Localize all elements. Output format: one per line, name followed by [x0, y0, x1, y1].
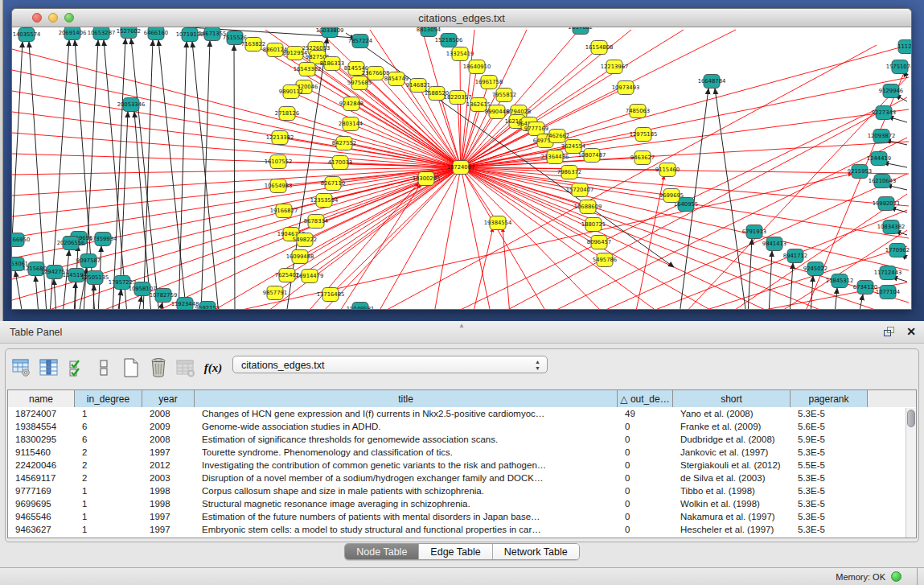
table-cell[interactable]: 5.3E-5: [791, 484, 868, 497]
new-table-icon[interactable]: [121, 357, 141, 378]
graph-node[interactable]: 15751074: [886, 60, 911, 74]
graph-node[interactable]: 1527602: [117, 27, 141, 39]
table-cell[interactable]: de Silva et al. (2003): [673, 472, 791, 484]
graph-node[interactable]: 16648784: [698, 75, 726, 89]
close-panel-icon[interactable]: ✕: [906, 325, 916, 338]
table-cell[interactable]: 0: [618, 497, 673, 510]
table-cell[interactable]: Tourette syndrome. Phenomenology and cla…: [195, 446, 618, 459]
table-cell[interactable]: 1: [75, 510, 142, 523]
graph-node[interactable]: 21845312: [826, 274, 854, 288]
table-cell[interactable]: 5.3E-5: [791, 407, 868, 420]
table-cell[interactable]: 19384554: [8, 420, 75, 433]
graph-node[interactable]: 2057682: [569, 27, 593, 35]
table-cell[interactable]: 1997: [142, 523, 195, 536]
table-cell[interactable]: Investigating the contribution of common…: [195, 459, 618, 472]
tab-node-table[interactable]: Node Table: [345, 544, 419, 559]
table-cell[interactable]: 0: [618, 420, 673, 433]
table-cell[interactable]: 0: [618, 510, 673, 523]
table-vertical-scrollbar[interactable]: [906, 408, 916, 538]
table-cell[interactable]: 5.9E-5: [791, 433, 868, 446]
table-cell[interactable]: 2008: [142, 433, 195, 446]
table-cell[interactable]: Hescheler et al. (1997): [673, 523, 791, 536]
table-cell[interactable]: 0: [618, 446, 673, 459]
graph-node[interactable]: 1077104: [876, 286, 900, 299]
table-cell[interactable]: 18724007: [8, 407, 75, 420]
column-header[interactable]: △ out_de…: [618, 390, 673, 407]
table-cell[interactable]: 1: [75, 407, 142, 420]
table-cell[interactable]: 0: [618, 472, 673, 484]
table-row[interactable]: 977716911998Corpus callosum shape and si…: [8, 484, 916, 497]
left-panel-edge[interactable]: [0, 0, 3, 321]
table-cell[interactable]: Wolkin et al. (1998): [673, 497, 791, 510]
table-cell[interactable]: 5.3E-5: [791, 523, 868, 536]
graph-node[interactable]: 8678334: [304, 215, 328, 229]
table-cell[interactable]: 1: [75, 484, 142, 497]
graph-node[interactable]: 15049581: [347, 303, 375, 310]
graph-node[interactable]: 15992071: [873, 197, 901, 211]
graph-node[interactable]: 11121: [897, 40, 911, 54]
graph-node[interactable]: 9097587: [76, 254, 101, 268]
function-builder-icon[interactable]: f(x): [203, 357, 223, 378]
table-header-row[interactable]: namein_degreeyeartitle△ out_de…shortpage…: [8, 390, 916, 407]
tab-network-table[interactable]: Network Table: [493, 544, 579, 559]
graph-node[interactable]: 2803144: [339, 117, 363, 131]
graph-node[interactable]: 6466160: [144, 27, 168, 40]
graph-node[interactable]: 12975185: [630, 128, 658, 142]
table-cell[interactable]: 6: [75, 433, 142, 446]
table-row[interactable]: 1872400712008Changes of HCN gene express…: [8, 407, 916, 420]
table-cell[interactable]: 1998: [142, 484, 195, 497]
row-height-icon[interactable]: [94, 357, 113, 378]
table-row[interactable]: 1938455462009Genome-wide association stu…: [8, 420, 916, 433]
table-cell[interactable]: Franke et al. (2009): [673, 420, 791, 433]
table-row[interactable]: 911546021997Tourette syndrome. Phenomeno…: [8, 446, 916, 459]
table-cell[interactable]: 2012: [142, 459, 195, 472]
table-cell[interactable]: 6: [75, 420, 142, 433]
table-row[interactable]: 946362711997Embryonic stem cells: a mode…: [8, 523, 916, 536]
graph-node[interactable]: 13325419: [446, 47, 474, 61]
column-header[interactable]: title: [195, 390, 618, 407]
table-cell[interactable]: 2: [75, 459, 142, 472]
graph-node[interactable]: 16914479: [296, 270, 324, 283]
graph-node[interactable]: 19384554: [484, 216, 512, 230]
table-cell[interactable]: Stergiakouli et al. (2012): [673, 459, 791, 472]
select-all-rows-icon[interactable]: [67, 357, 86, 378]
graph-node[interactable]: 9463627: [630, 151, 655, 165]
table-body[interactable]: 1872400712008Changes of HCN gene express…: [8, 407, 916, 536]
graph-node[interactable]: 7955812: [492, 89, 516, 102]
graph-node[interactable]: 10834382: [877, 220, 906, 234]
table-cell[interactable]: 2009: [142, 420, 195, 433]
table-cell[interactable]: 18300295: [8, 433, 75, 446]
graph-node[interactable]: 16107552: [265, 155, 293, 169]
graph-node[interactable]: 8267110: [321, 177, 345, 191]
graph-node[interactable]: 5495786: [593, 253, 617, 267]
graph-node[interactable]: 9129946: [879, 84, 903, 98]
graph-node[interactable]: 10653287: [88, 27, 116, 40]
table-cell[interactable]: 0: [618, 433, 673, 446]
table-cell[interactable]: Disruption of a novel member of a sodium…: [195, 472, 618, 484]
table-cell[interactable]: Tibbo et al. (1998): [673, 484, 791, 497]
graph-node[interactable]: 1770962: [885, 244, 910, 257]
graph-node[interactable]: 15218506: [435, 34, 463, 47]
table-row[interactable]: 946554611997Estimation of the future num…: [8, 510, 916, 523]
panel-splitter-handle[interactable]: ▲: [458, 322, 465, 329]
column-header[interactable]: in_degree: [75, 390, 142, 407]
graph-node[interactable]: 10688609: [574, 200, 602, 214]
table-cell[interactable]: 9465546: [8, 510, 75, 523]
graph-node[interactable]: 9115460: [655, 163, 680, 177]
table-cell[interactable]: 1: [75, 523, 142, 536]
table-cell[interactable]: Genome-wide association studies in ADHD.: [195, 420, 618, 433]
graph-node[interactable]: 20691406: [59, 27, 87, 40]
column-header[interactable]: year: [142, 390, 195, 407]
table-cell[interactable]: Estimation of the future numbers of pati…: [195, 510, 618, 523]
table-row[interactable]: 1456911722003Disruption of a novel membe…: [8, 472, 916, 484]
graph-node[interactable]: 19166827: [270, 204, 298, 218]
table-cell[interactable]: Structural magnetic resonance image aver…: [195, 497, 618, 510]
graph-node[interactable]: 9215953: [848, 165, 872, 179]
table-cell[interactable]: 5.3E-5: [791, 510, 868, 523]
table-cell[interactable]: 9463627: [8, 523, 75, 536]
table-row[interactable]: 969969511998Structural magnetic resonanc…: [8, 497, 916, 510]
graph-node[interactable]: 13716485: [317, 288, 345, 302]
graph-node[interactable]: 9245022: [803, 262, 827, 276]
graph-node[interactable]: 9857791: [263, 286, 287, 300]
graph-node[interactable]: 16210643: [869, 175, 897, 188]
